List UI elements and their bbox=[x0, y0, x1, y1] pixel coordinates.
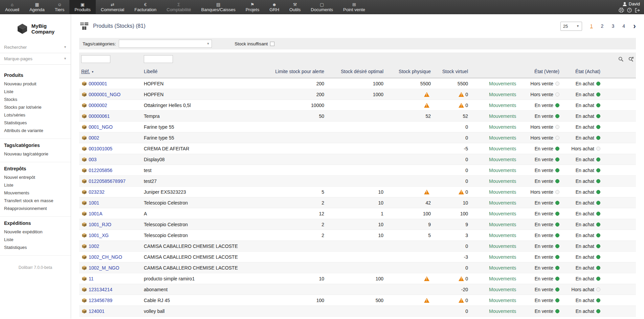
topnav-item-facturation[interactable]: €Facturation bbox=[129, 0, 161, 14]
movements-link[interactable]: Mouvements bbox=[489, 168, 516, 173]
movements-link[interactable]: Mouvements bbox=[489, 287, 516, 292]
product-ref-link[interactable]: 00000061 bbox=[89, 113, 110, 119]
sidebar-search-toggle[interactable]: Rechercher ▼ bbox=[0, 42, 71, 53]
sidebar-item-attributs-de-variante[interactable]: Attributs de variante bbox=[0, 127, 71, 134]
product-ref-link[interactable]: 0002 bbox=[89, 135, 99, 141]
product-ref-link[interactable]: 124001 bbox=[89, 309, 105, 314]
sidebar-item-stocks-par-lot-serie[interactable]: Stocks par lot/série bbox=[0, 103, 71, 111]
sidebar-item-reapprovisionnement[interactable]: Réapprovisionnement bbox=[0, 205, 71, 212]
product-ref-link[interactable]: 1001 bbox=[89, 200, 99, 206]
column-header-stock-desire-optimal[interactable]: Stock désiré optimal bbox=[326, 66, 385, 78]
column-header-stock-virtuel[interactable]: Stock virtuel bbox=[433, 66, 470, 78]
movements-link[interactable]: Mouvements bbox=[489, 254, 516, 260]
help-icon[interactable]: ? bbox=[627, 8, 632, 13]
column-header-limite-stock-pour-alerte[interactable]: Limite stock pour alerte bbox=[253, 66, 326, 78]
sidebar-item-nouveau-tag-categorie[interactable]: Nouveau tag/catégorie bbox=[0, 150, 71, 158]
page-size-select[interactable]: 25 ▼ bbox=[560, 22, 582, 31]
topnav-item-banques-caisses[interactable]: ▤Banques/Caisses bbox=[196, 0, 241, 14]
topnav-item-grh[interactable]: ☻GRH bbox=[264, 0, 284, 14]
product-ref-link[interactable]: 0000001 bbox=[89, 81, 107, 86]
product-ref-link[interactable]: 0000002 bbox=[89, 103, 107, 108]
topnav-item-agenda[interactable]: ▦Agenda bbox=[24, 0, 50, 14]
column-header-stock-physique[interactable]: Stock physique bbox=[385, 66, 433, 78]
page-number-1[interactable]: 1 bbox=[590, 23, 593, 29]
product-ref-link[interactable]: 003 bbox=[89, 157, 96, 162]
movements-link[interactable]: Mouvements bbox=[489, 211, 516, 216]
movements-link[interactable]: Mouvements bbox=[489, 189, 516, 195]
product-ref-link[interactable]: 1001_RJO bbox=[89, 222, 111, 227]
product-ref-link[interactable]: 123456789 bbox=[89, 298, 112, 303]
sidebar-item-statistiques[interactable]: Statistiques bbox=[0, 243, 71, 251]
topnav-item-comptabilite[interactable]: ΣComptabilité bbox=[161, 0, 196, 14]
page-number-3[interactable]: 3 bbox=[612, 23, 614, 29]
column-header-ref[interactable]: Réf.▼ bbox=[79, 66, 142, 78]
topnav-item-accueil[interactable]: ⌂Accueil bbox=[0, 0, 24, 14]
sidebar-item-nouvel-entrepot[interactable]: Nouvel entrepôt bbox=[0, 173, 71, 181]
sidebar-item-nouvelle-expedition[interactable]: Nouvelle expédition bbox=[0, 228, 71, 236]
product-ref-link[interactable]: 123134214 bbox=[89, 287, 112, 292]
movements-link[interactable]: Mouvements bbox=[489, 81, 516, 86]
column-header-libelle[interactable]: Libellé bbox=[142, 66, 253, 78]
user-menu[interactable]: David bbox=[622, 1, 640, 6]
product-ref-link[interactable]: 023232 bbox=[89, 189, 105, 195]
movements-link[interactable]: Mouvements bbox=[489, 222, 516, 227]
movements-link[interactable]: Mouvements bbox=[489, 265, 516, 271]
sidebar-item-liste[interactable]: Liste bbox=[0, 88, 71, 95]
topnav-item-produits[interactable]: ▣Produits bbox=[69, 0, 96, 14]
movements-link[interactable]: Mouvements bbox=[489, 309, 516, 314]
product-ref-link[interactable]: 01220585678997 bbox=[89, 178, 126, 184]
topnav-item-documents[interactable]: ▢Documents bbox=[306, 0, 338, 14]
movements-link[interactable]: Mouvements bbox=[489, 178, 516, 184]
product-ref-link[interactable]: 0000001_NGO bbox=[89, 92, 120, 97]
product-ref-link[interactable]: 1002_M_NGO bbox=[89, 265, 119, 271]
movements-link[interactable]: Mouvements bbox=[489, 135, 516, 141]
sidebar-item-lots-series[interactable]: Lots/séries bbox=[0, 111, 71, 119]
sidebar-item-liste[interactable]: Liste bbox=[0, 181, 71, 189]
topnav-item-tiers[interactable]: ☺Tiers bbox=[50, 0, 69, 14]
print-icon[interactable] bbox=[619, 8, 624, 13]
page-number-2[interactable]: 2 bbox=[601, 23, 604, 29]
sidebar-item-transfert-stock-en-masse[interactable]: Transfert stock en masse bbox=[0, 197, 71, 205]
movements-link[interactable]: Mouvements bbox=[489, 298, 516, 303]
sale-status: En vente bbox=[526, 295, 561, 306]
stock-insufficient-checkbox[interactable] bbox=[270, 42, 274, 46]
logout-icon[interactable] bbox=[635, 8, 640, 13]
movements-link[interactable]: Mouvements bbox=[489, 113, 516, 119]
topnav-item-point-vente[interactable]: ⊞Point vente bbox=[338, 0, 370, 14]
sidebar-bookmarks-toggle[interactable]: Marque-pages ▼ bbox=[0, 53, 71, 65]
product-ref-link[interactable]: 1002_CH_NGO bbox=[89, 254, 122, 260]
search-icon[interactable] bbox=[618, 57, 624, 62]
movements-link[interactable]: Mouvements bbox=[489, 124, 516, 130]
page-number-4[interactable]: 4 bbox=[622, 23, 625, 29]
tags-categories-select[interactable]: ▼ bbox=[119, 40, 212, 48]
movements-link[interactable]: Mouvements bbox=[489, 276, 516, 281]
movements-link[interactable]: Mouvements bbox=[489, 92, 516, 97]
product-ref-link[interactable]: 012205856 bbox=[89, 168, 112, 173]
product-ref-link[interactable]: 1001A bbox=[89, 211, 102, 216]
sidebar-item-mouvements[interactable]: Mouvements bbox=[0, 189, 71, 197]
topnav-item-outils[interactable]: ⚒Outils bbox=[284, 0, 306, 14]
movements-link[interactable]: Mouvements bbox=[489, 200, 516, 206]
product-ref-link[interactable]: 0001_NGO bbox=[89, 124, 113, 130]
movements-link[interactable]: Mouvements bbox=[489, 103, 516, 108]
movements-link[interactable]: Mouvements bbox=[489, 146, 516, 151]
product-ref-link[interactable]: 001001005 bbox=[89, 146, 112, 151]
next-page-button[interactable]: › bbox=[633, 23, 636, 29]
sidebar-item-liste[interactable]: Liste bbox=[0, 236, 71, 243]
sidebar-item-stocks[interactable]: Stocks bbox=[0, 95, 71, 103]
column-header-etat-vente[interactable]: État (Vente) bbox=[526, 66, 561, 78]
topnav-item-projets[interactable]: ⚑Projets bbox=[241, 0, 264, 14]
sidebar-item-statistiques[interactable]: Statistiques bbox=[0, 119, 71, 127]
product-ref-link[interactable]: 11 bbox=[89, 276, 94, 281]
product-ref-link[interactable]: 1002 bbox=[89, 243, 99, 249]
movements-link[interactable]: Mouvements bbox=[489, 243, 516, 249]
movements-link[interactable]: Mouvements bbox=[489, 233, 516, 238]
column-header-etat-achat[interactable]: État (Achat) bbox=[561, 66, 602, 78]
sidebar-item-nouveau-produit[interactable]: Nouveau produit bbox=[0, 80, 71, 88]
label-filter-input[interactable] bbox=[144, 55, 173, 63]
movements-link[interactable]: Mouvements bbox=[489, 157, 516, 162]
ref-filter-input[interactable] bbox=[81, 55, 110, 63]
clear-filters-icon[interactable] bbox=[628, 57, 634, 62]
product-ref-link[interactable]: 1001_XG bbox=[89, 233, 109, 238]
topnav-item-commercial[interactable]: ⇄Commercial bbox=[96, 0, 129, 14]
